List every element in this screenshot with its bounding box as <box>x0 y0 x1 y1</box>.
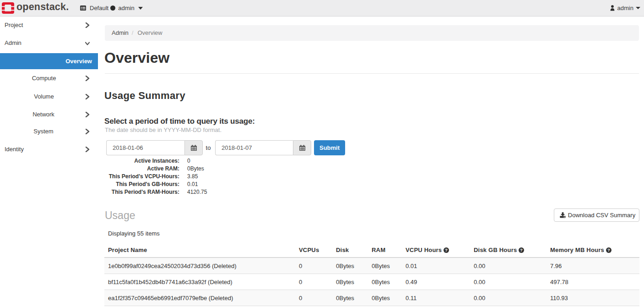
svg-text:?: ? <box>520 247 523 252</box>
svg-text:?: ? <box>445 247 448 252</box>
svg-text:?: ? <box>607 247 610 252</box>
